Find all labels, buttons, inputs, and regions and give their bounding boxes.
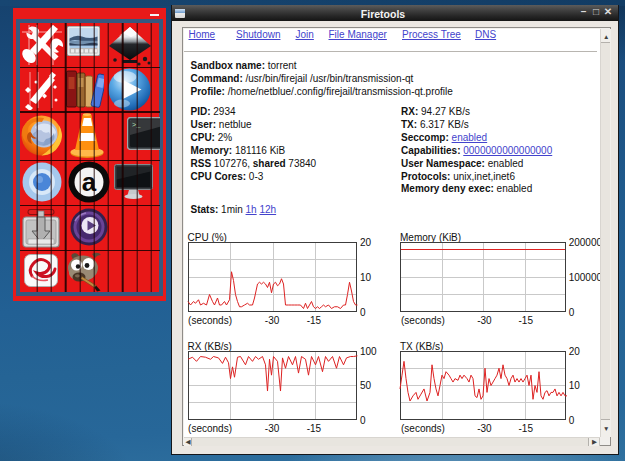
svg-text:>_: >_	[132, 121, 141, 129]
svg-text:a: a	[82, 167, 97, 197]
